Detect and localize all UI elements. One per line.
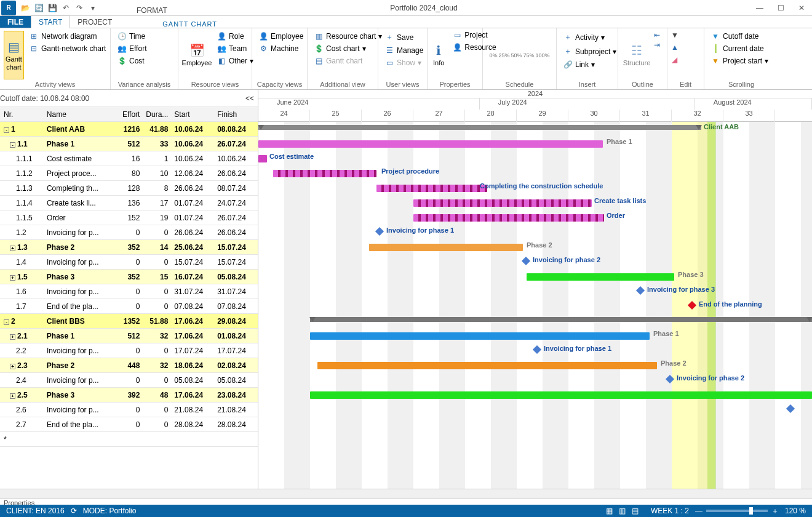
summary-bar[interactable] bbox=[310, 317, 812, 322]
table-row[interactable]: 1.1.4Create task li...1361701.07.2424.07… bbox=[0, 196, 258, 210]
table-row[interactable]: +2.5Phase 33924817.06.2423.08.24 bbox=[0, 388, 258, 403]
gantt-row[interactable]: Phase 1 bbox=[258, 137, 812, 151]
col-effort-header[interactable]: Effort bbox=[116, 110, 144, 119]
minimize-button[interactable]: — bbox=[749, 0, 770, 16]
gantt-row[interactable]: Cost estimate bbox=[258, 151, 812, 166]
gantt-row[interactable]: Client AAB bbox=[258, 122, 812, 137]
gantt-row[interactable]: Invoicing for phase 1 bbox=[258, 343, 812, 358]
maximize-button[interactable]: ☐ bbox=[770, 0, 791, 16]
gantt-bar[interactable] bbox=[310, 332, 650, 340]
table-row[interactable]: -1Client AAB121641.8810.06.2408.08.24 bbox=[0, 122, 258, 137]
current-date-button[interactable]: ┃Current date bbox=[708, 43, 771, 54]
gantt-chart-button[interactable]: ▤ Gantt chart bbox=[4, 31, 24, 79]
gantt-bar[interactable] bbox=[527, 273, 674, 281]
tab-start[interactable]: START bbox=[31, 15, 70, 28]
filter-icon[interactable]: ▼ bbox=[671, 31, 679, 39]
milestone[interactable] bbox=[688, 301, 696, 310]
move-up-icon[interactable]: ▲ bbox=[671, 43, 679, 52]
qat-save-icon[interactable]: 💾 bbox=[47, 2, 58, 14]
tab-format[interactable]: FORMAT bbox=[129, 4, 175, 16]
schedule-100-icon[interactable]: 100% bbox=[536, 52, 550, 58]
col-dur-header[interactable]: Dura... bbox=[143, 110, 172, 119]
milestone[interactable] bbox=[375, 227, 384, 236]
gantt-network-button[interactable]: ⊟Gantt-network chart bbox=[26, 43, 108, 54]
table-row[interactable]: 1.4Invoicing for p...0015.07.2415.07.24 bbox=[0, 255, 258, 270]
tab-file[interactable]: FILE bbox=[0, 16, 31, 28]
view-icon-1[interactable]: ▦ bbox=[600, 507, 619, 515]
milestone[interactable] bbox=[533, 345, 541, 354]
summary-bar[interactable] bbox=[258, 125, 701, 130]
gantt-row[interactable] bbox=[258, 314, 812, 329]
table-row[interactable]: +2.3Phase 24483218.06.2402.08.24 bbox=[0, 358, 258, 373]
table-row[interactable]: 2.4Invoicing for p...0005.08.2405.08.24 bbox=[0, 373, 258, 388]
gantt-bar[interactable] bbox=[369, 244, 523, 251]
expand-toggle[interactable]: + bbox=[10, 246, 15, 251]
gantt-row[interactable]: Invoicing for phase 2 bbox=[258, 373, 812, 388]
expand-toggle[interactable]: - bbox=[10, 142, 15, 148]
cutoff-date-button[interactable]: ▼Cutoff date bbox=[708, 31, 771, 42]
gantt-row[interactable]: Invoicing for phase 1 bbox=[258, 225, 812, 240]
table-row[interactable]: 2.2Invoicing for p...0017.07.2417.07.24 bbox=[0, 343, 258, 358]
gantt-row[interactable] bbox=[258, 417, 812, 432]
gantt-row[interactable]: Create task lists bbox=[258, 196, 812, 210]
expand-toggle[interactable]: + bbox=[10, 393, 15, 399]
cost-chart-button[interactable]: 💲Cost chart ▾ bbox=[311, 43, 384, 54]
gantt-bar[interactable] bbox=[258, 155, 267, 162]
table-row[interactable]: -1.1Phase 15123310.06.2426.07.24 bbox=[0, 137, 258, 151]
table-row[interactable]: 1.1.3Completing th...128826.06.2408.07.2… bbox=[0, 181, 258, 196]
qat-refresh-icon[interactable]: 🔄 bbox=[33, 2, 44, 14]
col-start-header[interactable]: Start bbox=[172, 110, 215, 119]
gantt-row[interactable]: Invoicing for phase 3 bbox=[258, 284, 812, 299]
gantt-pane[interactable]: 2024 June 2024 July 2024 August 2024 242… bbox=[258, 90, 812, 499]
qat-undo-icon[interactable]: ↶ bbox=[60, 2, 71, 14]
zoom-in-button[interactable]: ＋ bbox=[771, 506, 779, 516]
table-row[interactable]: 1.1.1Cost estimate16110.06.2410.06.24 bbox=[0, 151, 258, 166]
resource-chart-button[interactable]: ▥Resource chart ▾ bbox=[311, 31, 384, 42]
outdent-icon[interactable]: ⇤ bbox=[654, 31, 660, 39]
expand-toggle[interactable]: + bbox=[10, 334, 15, 340]
gantt-row[interactable]: Invoicing for phase 2 bbox=[258, 255, 812, 270]
gantt-row[interactable]: Project procedure bbox=[258, 166, 812, 181]
col-finish-header[interactable]: Finish bbox=[215, 110, 258, 119]
project-start-button[interactable]: ▼Project start ▾ bbox=[708, 55, 771, 66]
gantt-row[interactable] bbox=[258, 388, 812, 403]
horizontal-scrollbar[interactable] bbox=[0, 489, 812, 499]
insert-link-button[interactable]: 🔗Link ▾ bbox=[560, 59, 619, 70]
time-button[interactable]: 🕒Time bbox=[114, 31, 149, 42]
table-row[interactable]: +2.1Phase 15123217.06.2401.08.24 bbox=[0, 329, 258, 343]
close-button[interactable]: ✕ bbox=[791, 0, 812, 16]
expand-toggle[interactable]: + bbox=[10, 364, 15, 369]
insert-subproject-button[interactable]: ＋Subproject ▾ bbox=[560, 45, 619, 58]
zoom-out-button[interactable]: — bbox=[695, 507, 703, 515]
qat-redo-icon[interactable]: ↷ bbox=[74, 2, 85, 14]
col-nr-header[interactable]: Nr. bbox=[0, 110, 44, 119]
other-button[interactable]: ◧Other ▾ bbox=[214, 55, 256, 66]
table-row[interactable]: 2.7End of the pla...0028.08.2428.08.24 bbox=[0, 417, 258, 432]
gantt-bar[interactable] bbox=[376, 185, 487, 192]
col-name-header[interactable]: Name bbox=[44, 110, 116, 119]
table-row[interactable]: 1.1.2Project proce...801012.06.2426.06.2… bbox=[0, 166, 258, 181]
tab-project[interactable]: PROJECT bbox=[70, 16, 119, 28]
gantt-bar[interactable] bbox=[273, 170, 376, 177]
table-row[interactable]: 1.7End of the pla...0007.08.2407.08.24 bbox=[0, 299, 258, 314]
schedule-75-icon[interactable]: 75% bbox=[523, 52, 535, 58]
expand-toggle[interactable]: + bbox=[10, 275, 15, 281]
gantt-bar[interactable] bbox=[413, 199, 592, 207]
project-prop-button[interactable]: ▭Project bbox=[450, 30, 498, 41]
effort-button[interactable]: 👥Effort bbox=[114, 43, 149, 54]
table-row[interactable]: 1.2Invoicing for p...0026.06.2426.06.24 bbox=[0, 225, 258, 240]
gantt-row[interactable]: Phase 2 bbox=[258, 240, 812, 255]
qat-open-icon[interactable]: 📂 bbox=[20, 2, 31, 14]
gantt-row[interactable]: Phase 3 bbox=[258, 270, 812, 284]
resource-prop-button[interactable]: 👤Resource bbox=[450, 42, 498, 53]
gantt-row[interactable]: Phase 2 bbox=[258, 358, 812, 373]
gantt-row[interactable] bbox=[258, 403, 812, 417]
milestone[interactable] bbox=[522, 257, 530, 265]
indent-icon[interactable]: ⇥ bbox=[654, 41, 660, 49]
erase-icon[interactable]: ◢ bbox=[672, 55, 677, 64]
expand-toggle[interactable]: - bbox=[4, 319, 9, 325]
gantt-row[interactable]: Order bbox=[258, 210, 812, 225]
cost-button[interactable]: 💲Cost bbox=[114, 55, 149, 66]
milestone[interactable] bbox=[786, 404, 795, 413]
view-icon-2[interactable]: ▥ bbox=[619, 507, 626, 515]
